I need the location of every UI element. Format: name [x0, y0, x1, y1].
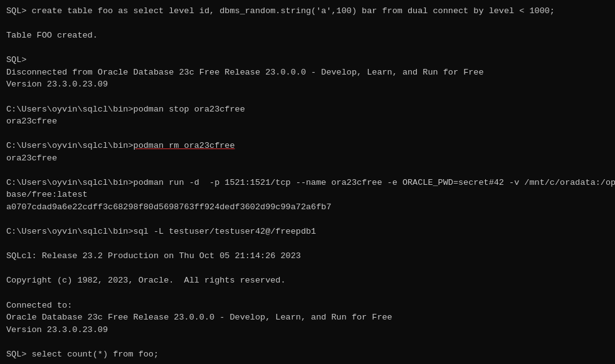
line-7: Version 23.3.0.23.09: [6, 78, 609, 91]
line-9: C:\Users\oyvin\sqlcl\bin>podman stop ora…: [6, 103, 609, 116]
line-23: Copyright (c) 1982, 2023, Oracle. All ri…: [6, 274, 609, 287]
line-2: [6, 18, 609, 30]
line-3: Table FOO created.: [6, 29, 609, 42]
line-28: [6, 336, 609, 348]
line-29: SQL> select count(*) from foo;: [6, 348, 609, 361]
line-13: ora23cfree: [6, 152, 609, 165]
line-24: [6, 287, 609, 299]
line-18: [6, 214, 609, 226]
line-27: Version 23.3.0.23.09: [6, 324, 609, 336]
and-text-2: and: [311, 313, 326, 322]
line-20: [6, 238, 609, 251]
line-8: [6, 91, 609, 103]
line-30: [6, 360, 609, 364]
line-22: [6, 263, 609, 275]
line-5: SQL>: [6, 54, 609, 66]
and-text-1: and: [402, 68, 418, 77]
line-25: Connected to:: [6, 299, 609, 312]
line-17: a0707cdad9a6e22cdff3c68298f80d5698763ff9…: [6, 201, 609, 214]
terminal-window: SQL> create table foo as select level id…: [0, 0, 615, 364]
line-10: ora23cfree: [6, 115, 609, 128]
line-14: [6, 164, 609, 177]
line-16: base/free:latest: [6, 189, 609, 201]
line-15: C:\Users\oyvin\sqlcl\bin>podman run -d -…: [6, 177, 609, 189]
line-26: Oracle Database 23c Free Release 23.0.0.…: [6, 311, 609, 324]
path-text: C:\Users\oyvin\sqlcl\bin>: [6, 141, 134, 150]
line-4: [6, 42, 609, 55]
line-19: C:\Users\oyvin\sqlcl\bin>sql -L testuser…: [6, 226, 609, 238]
podman-rm-command: podman rm ora23cfree: [134, 141, 235, 150]
line-12: C:\Users\oyvin\sqlcl\bin>podman rm ora23…: [6, 140, 609, 152]
line-1: SQL> create table foo as select level id…: [6, 5, 609, 18]
line-11: [6, 128, 609, 140]
line-21: SQLcl: Release 23.2 Production on Thu Oc…: [6, 250, 609, 263]
line-6: Disconnected from Oracle Database 23c Fr…: [6, 66, 609, 79]
